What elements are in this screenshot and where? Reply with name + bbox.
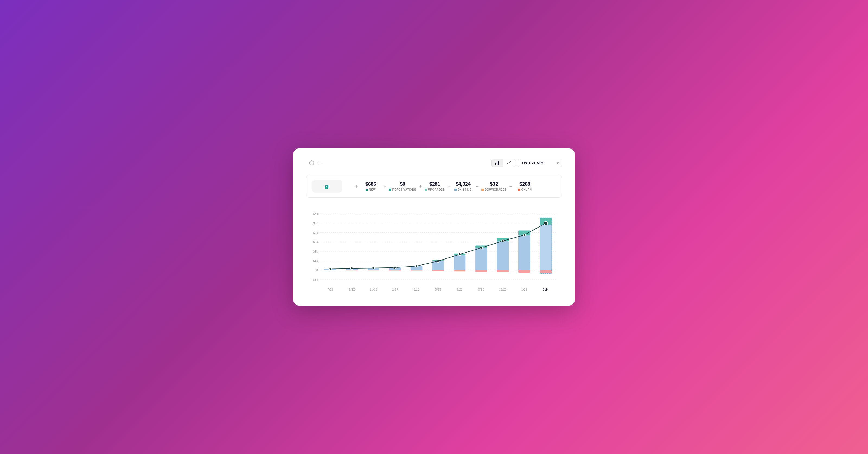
svg-point-65 <box>523 234 525 236</box>
svg-text:7/22: 7/22 <box>328 288 333 291</box>
period-select[interactable]: TWO YEARS ONE YEAR SIX MONTHS THREE MONT… <box>518 159 562 167</box>
svg-text:11/22: 11/22 <box>370 288 377 291</box>
metric-label-5: CHURN <box>518 188 532 191</box>
chart-area: $6k$5k$4k$3k$2k$1k$0-$1k7/229/2211/221/2… <box>306 206 562 293</box>
operator-5: − <box>509 183 513 190</box>
svg-text:9/23: 9/23 <box>478 288 484 291</box>
svg-text:3/23: 3/23 <box>414 288 420 291</box>
metric-label-2: UPGRADES <box>425 188 444 191</box>
svg-text:5/23: 5/23 <box>435 288 441 291</box>
svg-rect-25 <box>389 270 401 271</box>
metric-dot-1 <box>389 189 391 191</box>
svg-text:$0: $0 <box>315 268 318 272</box>
svg-rect-33 <box>454 270 466 271</box>
metric-label-1: REACTIVATIONS <box>389 188 416 191</box>
svg-line-48 <box>373 268 395 268</box>
metric-dot-2 <box>425 189 427 191</box>
metric-dot-4 <box>482 189 484 191</box>
line-chart-button[interactable] <box>503 159 515 167</box>
svg-point-66 <box>544 221 548 225</box>
svg-text:$1k: $1k <box>313 259 318 262</box>
header-right: TWO YEARS ONE YEAR SIX MONTHS THREE MONT… <box>491 159 562 167</box>
svg-rect-23 <box>368 270 379 271</box>
check-icon: ✓ <box>325 185 329 189</box>
operator-1: + <box>383 183 386 190</box>
svg-point-64 <box>501 240 504 242</box>
svg-rect-36 <box>475 270 487 272</box>
metric-item-downgrades: $32DOWNGRADES <box>482 181 506 191</box>
svg-rect-37 <box>497 242 509 270</box>
svg-rect-40 <box>518 235 530 271</box>
svg-text:$4k: $4k <box>313 231 318 234</box>
main-card: TWO YEARS ONE YEAR SIX MONTHS THREE MONT… <box>293 148 575 306</box>
svg-rect-30 <box>432 270 444 271</box>
metric-item-churn: $268CHURN <box>515 181 535 191</box>
metric-label-3: EXISTING <box>454 188 471 191</box>
main-metric-label: ✓ <box>325 185 330 189</box>
chart-svg: $6k$5k$4k$3k$2k$1k$0-$1k7/229/2211/221/2… <box>306 206 562 293</box>
svg-point-58 <box>372 267 375 269</box>
metrics-items: +$686NEW+$0REACTIVATIONS+$281UPGRADES+$4… <box>352 181 556 191</box>
svg-rect-45 <box>540 270 552 274</box>
svg-rect-34 <box>475 248 487 270</box>
svg-rect-39 <box>497 270 509 272</box>
main-metric: ✓ <box>312 180 342 193</box>
metrics-row: ✓ +$686NEW+$0REACTIVATIONS+$281UPGRADES+… <box>306 175 562 198</box>
svg-text:$2k: $2k <box>313 250 318 253</box>
svg-rect-21 <box>346 270 358 271</box>
metric-label-0: NEW <box>366 188 376 191</box>
metric-value-2: $281 <box>429 181 440 187</box>
svg-rect-1 <box>497 162 497 165</box>
svg-text:7/23: 7/23 <box>457 288 463 291</box>
svg-line-46 <box>330 268 352 268</box>
svg-text:-$1k: -$1k <box>312 278 318 281</box>
svg-point-63 <box>480 247 482 249</box>
svg-text:9/22: 9/22 <box>349 288 354 291</box>
metric-value-0: $686 <box>365 181 376 187</box>
svg-point-62 <box>458 253 461 256</box>
svg-point-59 <box>394 266 396 269</box>
operator-4: − <box>475 183 479 190</box>
svg-rect-42 <box>518 270 530 273</box>
operator-0: + <box>355 183 358 190</box>
help-icon[interactable] <box>309 161 314 165</box>
svg-point-61 <box>437 260 439 262</box>
metric-dot-5 <box>518 189 520 191</box>
svg-point-56 <box>329 267 332 270</box>
metric-label-4: DOWNGRADES <box>482 188 506 191</box>
svg-point-60 <box>415 265 418 267</box>
svg-text:$5k: $5k <box>313 222 318 225</box>
header: TWO YEARS ONE YEAR SIX MONTHS THREE MONT… <box>306 159 562 167</box>
period-selector-wrap: TWO YEARS ONE YEAR SIX MONTHS THREE MONT… <box>518 159 562 167</box>
svg-text:11/23: 11/23 <box>499 288 507 291</box>
metric-item-reactivations: $0REACTIVATIONS <box>389 181 416 191</box>
metric-value-5: $268 <box>520 181 530 187</box>
svg-point-57 <box>351 267 353 269</box>
chart-type-toggle <box>491 159 515 167</box>
svg-text:3/24: 3/24 <box>543 288 549 291</box>
svg-text:$3k: $3k <box>313 240 318 244</box>
svg-rect-0 <box>495 163 496 165</box>
metric-item-upgrades: $281UPGRADES <box>425 181 444 191</box>
period-badge <box>317 162 323 164</box>
svg-text:1/23: 1/23 <box>392 288 398 291</box>
svg-rect-2 <box>498 161 499 165</box>
metric-item-existing: $4,324EXISTING <box>453 181 473 191</box>
svg-text:$6k: $6k <box>313 212 318 215</box>
operator-3: + <box>447 183 451 190</box>
operator-2: + <box>419 183 422 190</box>
metric-value-4: $32 <box>490 181 498 187</box>
header-left <box>306 161 323 165</box>
svg-text:1/24: 1/24 <box>521 288 527 291</box>
svg-rect-43 <box>540 225 552 271</box>
metric-dot-0 <box>366 189 368 191</box>
svg-rect-31 <box>454 255 466 270</box>
metric-item-new: $686NEW <box>361 181 380 191</box>
metric-value-1: $0 <box>400 181 405 187</box>
svg-rect-27 <box>411 270 423 271</box>
bar-chart-button[interactable] <box>492 159 503 167</box>
metric-value-3: $4,324 <box>456 181 471 187</box>
metric-dot-3 <box>454 189 457 191</box>
